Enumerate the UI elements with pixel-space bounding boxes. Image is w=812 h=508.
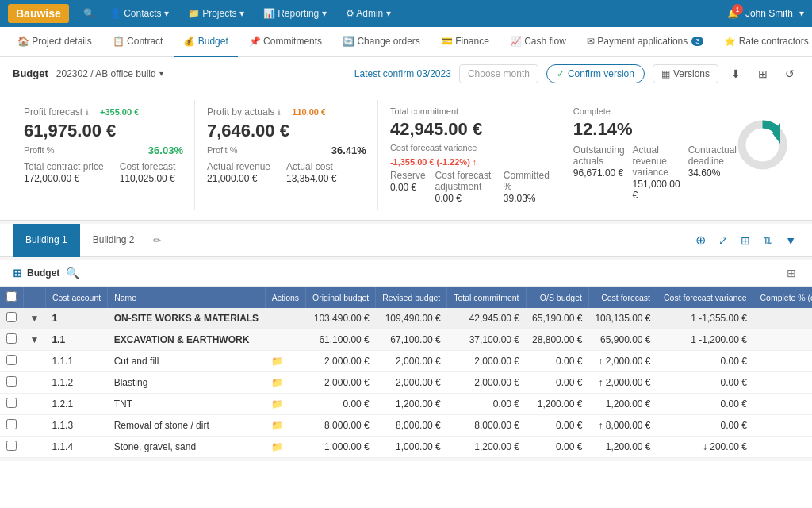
td-os-budget: 65,190.00 € <box>526 308 588 329</box>
kpi-committed-pct-label: Committed % <box>504 170 550 192</box>
notification-badge: 1 <box>732 4 743 15</box>
th-cost-account[interactable]: Cost account <box>45 287 107 308</box>
th-revised-budget[interactable]: Revised budget <box>376 287 447 308</box>
tab-payment-applications[interactable]: ✉ Payment applications 3 <box>577 27 713 57</box>
notification-bell[interactable]: 🔔 1 <box>727 8 739 19</box>
building-tab-1[interactable]: Building 1 <box>13 224 80 257</box>
expand-icon[interactable]: ⤢ <box>715 231 731 250</box>
td-checkbox[interactable] <box>0 437 24 458</box>
kpi-contractual-deadline-value: 34.60% <box>688 167 737 179</box>
table-row: 1.2.1 TNT 📁 0.00 € 1,200.00 € 0.00 € 1,2… <box>0 394 812 415</box>
td-expand[interactable] <box>24 415 46 437</box>
td-expand[interactable]: ▼ <box>24 308 46 329</box>
td-actions[interactable]: 📁 <box>265 394 305 415</box>
table-grid-icon[interactable]: ⊞ <box>783 265 799 281</box>
tab-commitments[interactable]: 📌 Commitments <box>239 27 331 57</box>
td-checkbox[interactable] <box>0 372 24 394</box>
td-actions[interactable]: 📁 <box>265 415 305 437</box>
td-checkbox[interactable] <box>0 415 24 437</box>
budget-header-bar: Budget 202302 / AB office build ▾ Latest… <box>0 57 812 90</box>
table-search-icon[interactable]: 🔍 <box>66 267 79 279</box>
td-total-commitment: 2,000.00 € <box>447 372 526 394</box>
edit-building-icon[interactable]: ✏ <box>153 235 161 246</box>
columns-icon[interactable]: ⊞ <box>737 231 753 250</box>
td-actions[interactable] <box>265 329 305 351</box>
td-actions[interactable]: 📁 <box>265 437 305 458</box>
td-cost-forecast: ↑ 2,000.00 € <box>588 372 657 394</box>
building-tab-2[interactable]: Building 2 <box>80 224 147 257</box>
td-actions[interactable]: 📁 <box>265 351 305 372</box>
tab-change-orders[interactable]: 🔄 Change orders <box>333 27 430 57</box>
kpi-cost-forecast-value: 110,025.00 € <box>120 173 176 184</box>
td-original-budget: 2,000.00 € <box>306 372 376 394</box>
td-variance: 0.00 € <box>657 415 753 437</box>
nav-contacts[interactable]: 👤 Contacts ▾ <box>102 5 177 22</box>
kpi-actual-revenue-variance-value: 151,000.00 € <box>633 179 680 201</box>
latest-confirm[interactable]: Latest confirm 03/2023 <box>354 68 451 79</box>
td-expand[interactable] <box>24 372 46 394</box>
td-expand[interactable] <box>24 437 46 458</box>
grid-view-icon[interactable]: ⊞ <box>753 64 772 83</box>
td-expand[interactable]: ▼ <box>24 329 46 351</box>
td-actions[interactable] <box>265 308 305 329</box>
add-row-icon[interactable]: ⊕ <box>692 229 709 251</box>
td-checkbox[interactable] <box>0 394 24 415</box>
filter-icon[interactable]: ▼ <box>782 231 799 250</box>
td-original-budget: 2,000.00 € <box>306 351 376 372</box>
search-icon[interactable]: 🔍 <box>77 5 102 22</box>
td-revised-budget: 2,000.00 € <box>376 351 447 372</box>
th-name[interactable]: Name <box>108 287 265 308</box>
tab-rate-contractors[interactable]: ⭐ Rate contractors <box>714 27 812 57</box>
refresh-icon[interactable]: ↺ <box>780 64 799 83</box>
budget-table-scroll[interactable]: Cost account Name Actions Original budge… <box>0 287 812 461</box>
complete-donut-chart <box>737 119 788 171</box>
th-cost-forecast-variance[interactable]: Cost forecast variance <box>657 287 753 308</box>
nav-reporting[interactable]: 📊 Reporting ▾ <box>255 5 335 22</box>
kpi-reserve-value: 0.00 € <box>390 182 426 193</box>
td-revised-budget: 109,490.00 € <box>376 308 447 329</box>
td-checkbox[interactable] <box>0 329 24 351</box>
td-expand[interactable] <box>24 351 46 372</box>
user-name[interactable]: John Smith <box>745 8 793 19</box>
download-icon[interactable]: ⬇ <box>726 64 745 83</box>
tab-finance[interactable]: 💳 Finance <box>431 27 499 57</box>
nav-admin[interactable]: ⚙ Admin ▾ <box>338 5 399 22</box>
td-total-commitment: 42,945.00 € <box>447 308 526 329</box>
nav-projects[interactable]: 📁 Projects ▾ <box>180 5 252 22</box>
tab-cash-flow[interactable]: 📈 Cash flow <box>500 27 576 57</box>
confirm-version-button[interactable]: ✓ Confirm version <box>546 64 645 83</box>
th-total-commitment[interactable]: Total commitment <box>447 287 526 308</box>
td-total-commitment: 2,000.00 € <box>447 351 526 372</box>
th-cost-forecast[interactable]: Cost forecast <box>588 287 657 308</box>
select-all-checkbox[interactable] <box>6 291 17 302</box>
td-actions[interactable]: 📁 <box>265 372 305 394</box>
th-os-budget[interactable]: O/S budget <box>526 287 588 308</box>
version-select[interactable]: 202302 / AB office build ▾ <box>56 68 163 79</box>
kpi-profit-pct-value: 36.03% <box>148 144 183 156</box>
kpi-profit-actuals-title: Profit by actuals ℹ 110.00 € <box>207 106 366 117</box>
tab-project-details[interactable]: 🏠 Project details <box>8 27 102 57</box>
td-original-budget: 0.00 € <box>306 394 376 415</box>
td-cost-account: 1.1 <box>45 329 107 351</box>
kpi-actuals-pct-value: 36.41% <box>331 144 366 156</box>
kpi-total-commitment: Total commitment 42,945.00 € Cost foreca… <box>379 100 561 210</box>
kpi-complete-value: 12.14% <box>573 119 737 140</box>
kpi-cf-adjustment-value: 0.00 € <box>435 193 494 204</box>
td-checkbox[interactable] <box>0 308 24 329</box>
kpi-actual-revenue-variance-label: Actual revenue variance <box>633 144 680 178</box>
th-complete-pct[interactable]: Complete % (calculated) <box>753 287 812 308</box>
choose-month-dropdown[interactable]: Choose month <box>459 64 538 83</box>
sort-icon[interactable]: ⇅ <box>760 231 776 250</box>
th-actions[interactable]: Actions <box>265 287 305 308</box>
user-chevron[interactable]: ▾ <box>799 8 804 19</box>
tab-contract[interactable]: 📋 Contract <box>103 27 173 57</box>
td-name: TNT <box>108 394 265 415</box>
tab-budget[interactable]: 💰 Budget <box>174 27 237 57</box>
table-row: 1.1.2 Blasting 📁 2,000.00 € 2,000.00 € 2… <box>0 372 812 394</box>
th-original-budget[interactable]: Original budget <box>306 287 376 308</box>
table-row: 1.1.1 Cut and fill 📁 2,000.00 € 2,000.00… <box>0 351 812 372</box>
td-checkbox[interactable] <box>0 351 24 372</box>
td-original-budget: 61,100.00 € <box>306 329 376 351</box>
versions-button[interactable]: ▦ Versions <box>653 64 718 83</box>
td-expand[interactable] <box>24 394 46 415</box>
